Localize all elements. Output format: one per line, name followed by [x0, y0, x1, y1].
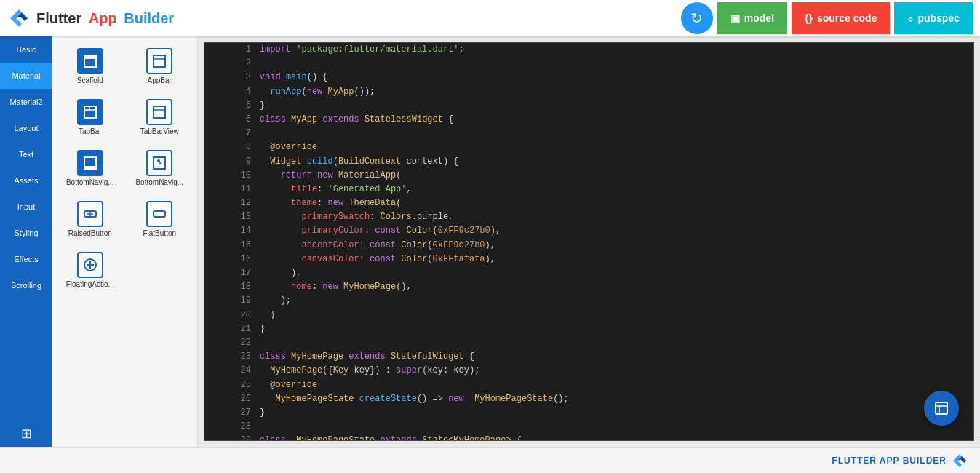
header: Flutter App Builder ↻ ▣ model {} source …: [0, 0, 980, 36]
code-line: 21}: [204, 322, 973, 336]
code-line: 24 MyHomePage({Key key}) : super(key: ke…: [204, 364, 973, 378]
sidebar-item-styling[interactable]: Styling: [0, 220, 52, 246]
model-button[interactable]: ▣ model: [717, 2, 787, 34]
bottomnav2-icon: [146, 150, 172, 176]
svg-rect-10: [154, 106, 165, 118]
sidebar-item-effects[interactable]: Effects: [0, 246, 52, 272]
code-line: 16 canvasColor: const Color(0xFFfafafa),: [204, 253, 973, 266]
logo-text: Flutter App Builder: [36, 10, 174, 27]
sidebar-item-basic[interactable]: Basic: [0, 36, 52, 63]
code-line: 23class MyHomePage extends StatefulWidge…: [204, 350, 973, 364]
model-icon: ▣: [730, 12, 740, 24]
tree-icon: ⊞: [21, 426, 32, 442]
code-line: 12 theme: new ThemeData(: [204, 196, 973, 210]
widget-fab[interactable]: FloatingActio...: [58, 247, 122, 293]
raisedbutton-icon: [77, 201, 103, 227]
code-line: 13 primarySwatch: Colors.purple,: [204, 210, 973, 224]
code-line: 29class _MyHomePageState extends State<M…: [204, 434, 973, 441]
code-line: 9 Widget build(BuildContext context) {: [204, 155, 973, 169]
code-line: 3void main() {: [204, 71, 973, 84]
code-area: 1import 'package:flutter/material.dart';…: [198, 36, 980, 447]
tabbar-icon: [77, 99, 103, 125]
pubspec-icon: ⬦: [907, 12, 913, 24]
widget-bottomnav2[interactable]: BottomNavig...: [128, 146, 192, 191]
refresh-button[interactable]: ↻: [681, 2, 713, 34]
widget-appbar[interactable]: AppBar: [128, 44, 192, 89]
code-line: 14 primaryColor: const Color(0xFF9c27b0)…: [204, 224, 973, 238]
flatbutton-icon: [146, 201, 172, 227]
code-line: 15 accentColor: const Color(0xFF9c27b0),: [204, 239, 973, 253]
code-line: 28: [204, 420, 973, 434]
scaffold-icon: [77, 48, 103, 74]
footer-logo: FLUTTER APP BUILDER: [832, 452, 968, 469]
appbar-icon: [146, 48, 172, 74]
code-line: 10 return new MaterialApp(: [204, 169, 973, 183]
code-line: 1import 'package:flutter/material.dart';: [204, 43, 973, 57]
widget-flatbutton[interactable]: FlatButton: [128, 196, 192, 242]
widget-bottomnav1[interactable]: BottomNavig...: [58, 146, 122, 191]
code-line: 26 _MyHomePageState createState() => new…: [204, 392, 973, 406]
code-line: 11 title: 'Generated App',: [204, 183, 973, 196]
widget-raisedbutton[interactable]: RaisedButton: [58, 196, 122, 242]
svg-rect-13: [84, 166, 96, 169]
widget-tabbarview[interactable]: TabBarView: [128, 95, 192, 140]
code-line: 17 ),: [204, 266, 973, 280]
code-line: 18 home: new MyHomePage(),: [204, 280, 973, 294]
svg-rect-6: [154, 55, 165, 59]
svg-rect-7: [84, 106, 96, 118]
flutter-logo-icon: [7, 7, 31, 30]
code-line: 2: [204, 57, 973, 71]
source-code-button[interactable]: {} source code: [792, 2, 890, 34]
code-line: 20 }: [204, 309, 973, 322]
widget-tabbar[interactable]: TabBar: [58, 95, 122, 140]
sidebar-item-assets[interactable]: Assets: [0, 167, 52, 194]
pubspec-button[interactable]: ⬦ pubspec: [894, 2, 973, 34]
widget-scaffold[interactable]: Scaffold: [58, 44, 122, 89]
header-buttons: ↻ ▣ model {} source code ⬦ pubspec: [681, 2, 973, 34]
sidebar-item-tree[interactable]: ⊞: [0, 421, 52, 447]
bottomnav1-icon: [77, 150, 103, 176]
main-layout: Basic Material Material2 Layout Text Ass…: [0, 36, 980, 447]
code-line: 27}: [204, 406, 973, 420]
fab-overlay-button[interactable]: [924, 391, 959, 426]
logo-area: Flutter App Builder: [7, 7, 681, 30]
source-icon: {}: [805, 12, 813, 24]
svg-rect-19: [154, 211, 165, 217]
code-line: 25 @override: [204, 378, 973, 392]
tabbarview-icon: [146, 99, 172, 125]
widget-panel: Scaffold AppBar TabBar TabBarView: [52, 36, 198, 447]
footer: FLUTTER APP BUILDER: [0, 447, 980, 473]
fab-icon: [77, 252, 103, 278]
widget-grid: Scaffold AppBar TabBar TabBarView: [58, 44, 191, 293]
code-panel[interactable]: 1import 'package:flutter/material.dart';…: [204, 42, 974, 441]
code-line: 6class MyApp extends StatelessWidget {: [204, 113, 973, 127]
sidebar-item-material2[interactable]: Material2: [0, 89, 52, 115]
svg-rect-4: [84, 55, 96, 59]
sidebar-item-text[interactable]: Text: [0, 141, 52, 167]
code-line: 22: [204, 336, 973, 350]
svg-point-15: [157, 159, 160, 162]
code-line: 8 @override: [204, 140, 973, 154]
footer-logo-icon: [951, 452, 968, 469]
sidebar-item-material[interactable]: Material: [0, 63, 52, 89]
sidebar-item-scrolling[interactable]: Scrolling: [0, 272, 52, 298]
code-line: 5}: [204, 99, 973, 113]
code-line: 7: [204, 127, 973, 140]
svg-rect-23: [936, 402, 947, 414]
sidebar-item-layout[interactable]: Layout: [0, 115, 52, 141]
svg-rect-5: [154, 55, 165, 67]
code-line: 4 runApp(new MyApp());: [204, 85, 973, 99]
sidebar-item-input[interactable]: Input: [0, 194, 52, 220]
sidebar-left: Basic Material Material2 Layout Text Ass…: [0, 36, 52, 447]
code-content: 1import 'package:flutter/material.dart';…: [204, 43, 973, 441]
code-line: 19 );: [204, 294, 973, 308]
